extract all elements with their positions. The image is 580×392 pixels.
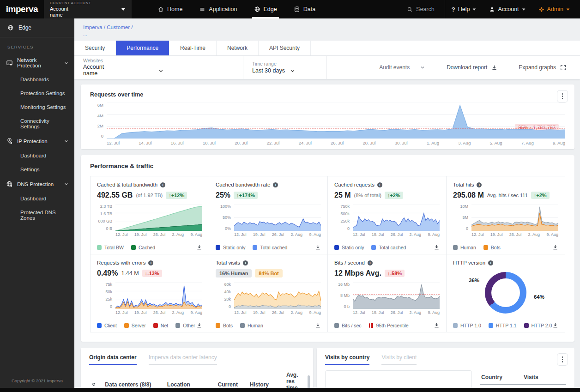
legend-item-total-cached: Total cached: [371, 245, 406, 250]
tab-network[interactable]: Network: [217, 41, 259, 55]
y-tick: 60k: [216, 282, 231, 287]
sidebar-item-dashboard[interactable]: Dashboard: [0, 149, 74, 163]
websites-filter[interactable]: Websites Account name: [74, 58, 243, 77]
nav-item-home[interactable]: Home: [149, 0, 191, 18]
download-icon[interactable]: [315, 244, 321, 250]
download-icon[interactable]: [315, 322, 321, 328]
tab-imperva-dc-latency[interactable]: Imperva data center latency: [149, 354, 217, 365]
x-tick: 26. Jul: [391, 232, 403, 237]
x-tick: 12. Jul: [353, 232, 365, 237]
area-chart[interactable]: [353, 282, 440, 309]
audit-events-dropdown[interactable]: Audit events: [379, 64, 425, 71]
x-tick: 9. Aug: [190, 310, 202, 315]
performance-traffic-card: Performance & traffic Cached & total ban…: [81, 155, 574, 342]
x-tick: 26. Jul: [153, 232, 166, 237]
tab-security[interactable]: Security: [74, 41, 116, 55]
y-tick: 750k: [334, 204, 350, 209]
tab-performance[interactable]: Performance: [116, 41, 169, 55]
sidebar-item-protected-dns-zones[interactable]: Protected DNS Zones: [0, 205, 74, 225]
breadcrumb-path[interactable]: Imperva / Customer /: [83, 24, 580, 31]
download-report-button[interactable]: Download report: [447, 64, 497, 71]
tab-visits-by-client[interactable]: Visits by client: [381, 354, 417, 365]
tab-visits-by-country[interactable]: Visits by country: [325, 354, 369, 365]
chart-title: Requests over time: [90, 91, 565, 98]
layers-icon: [199, 6, 205, 12]
info-icon[interactable]: i: [243, 260, 248, 265]
info-icon[interactable]: i: [368, 260, 373, 265]
sidebar-item-connectivity-settings[interactable]: Connectivity Settings: [0, 114, 74, 133]
admin-menu[interactable]: Admin: [532, 0, 580, 18]
requests-area-chart[interactable]: 95% · 1,781,797: [107, 103, 565, 139]
tab-real-time[interactable]: Real-Time: [169, 41, 217, 55]
info-icon[interactable]: i: [160, 182, 165, 187]
legend-label: Total cached: [260, 245, 287, 250]
download-icon[interactable]: [552, 322, 558, 328]
x-tick: 5. Aug: [489, 140, 502, 145]
visits-by-country-card: Visits by country Visits by client Count…: [317, 348, 574, 392]
info-icon[interactable]: i: [273, 182, 278, 187]
area-chart[interactable]: [471, 204, 558, 231]
legend-item-static-only: Static only: [216, 245, 245, 250]
download-icon[interactable]: [434, 322, 440, 328]
tab-origin-data-center[interactable]: Origin data center: [89, 354, 137, 365]
sidebar-section-ip-protection[interactable]: IP Protection: [0, 133, 74, 149]
copyright-text: Copyright © 2021 Imperva: [0, 378, 74, 383]
trend-badge: ↑+12%: [166, 192, 187, 199]
area-chart[interactable]: [234, 204, 321, 231]
time-range-filter[interactable]: Time range Last 30 days: [243, 61, 326, 74]
help-menu[interactable]: ? Help: [445, 0, 483, 18]
sidebar-item-monitoring-settings[interactable]: Monitoring Settings: [0, 100, 74, 114]
info-icon[interactable]: i: [477, 182, 482, 187]
download-icon[interactable]: [196, 244, 202, 250]
x-tick: 9. Aug: [309, 232, 321, 237]
legend-label: Static only: [342, 245, 364, 250]
area-chart[interactable]: [115, 282, 202, 309]
nav-item-application[interactable]: Application: [191, 0, 245, 18]
tile-title: Bits / second: [334, 260, 365, 265]
sidebar-section-network-protection[interactable]: Network Protection: [0, 53, 74, 72]
download-icon[interactable]: [552, 244, 558, 250]
y-tick: 100%: [216, 204, 231, 209]
metric-tile-requests-with-errors: Requests with errorsi 0.49%1.44 M↓-13% 7…: [91, 254, 209, 332]
kebab-menu-button[interactable]: [557, 353, 568, 366]
tab-api-security[interactable]: API Security: [259, 41, 311, 55]
info-icon[interactable]: i: [148, 260, 153, 265]
nav-item-edge[interactable]: Edge: [246, 0, 285, 18]
http-version-donut-chart[interactable]: 36% 64%: [453, 265, 558, 320]
globe-icon: [254, 6, 260, 12]
kebab-menu-button[interactable]: [557, 90, 568, 103]
sidebar-item-protection-settings[interactable]: Protection Settings: [0, 86, 74, 100]
sidebar-item-edge[interactable]: Edge: [0, 18, 74, 37]
expand-graphs-button[interactable]: Expand graphs: [519, 64, 566, 71]
sidebar-section-dns-protection[interactable]: DNS Protection: [0, 176, 74, 192]
nav-item-data[interactable]: Data: [285, 0, 324, 18]
col-visits[interactable]: Visits: [524, 374, 538, 380]
chart-legend: HumanBots: [453, 245, 552, 250]
info-icon[interactable]: i: [377, 182, 382, 187]
download-icon[interactable]: [196, 322, 202, 328]
expand-all-icon[interactable]: [91, 381, 97, 387]
search-button[interactable]: Search: [397, 0, 445, 18]
account-menu[interactable]: Account: [483, 0, 532, 18]
download-icon[interactable]: [434, 244, 440, 250]
y-tick: 6M: [90, 103, 103, 108]
area-chart[interactable]: [353, 204, 440, 231]
x-axis-labels: 12. Jul19. Jul26. Jul2. Aug9. Aug: [115, 232, 202, 237]
donut-label-http11: 64%: [534, 294, 544, 300]
download-icon: [491, 65, 497, 71]
y-tick: 0: [216, 304, 231, 309]
sidebar-item-settings[interactable]: Settings: [0, 163, 74, 176]
col-country[interactable]: Country: [481, 374, 524, 380]
info-icon[interactable]: i: [488, 260, 493, 265]
chart-legend: Bits / sec95th Percentile: [334, 323, 434, 328]
breadcrumb[interactable]: Imperva / Customer / ...: [74, 18, 580, 41]
sidebar-item-dashboards[interactable]: Dashboards: [0, 72, 74, 86]
legend-swatch: [97, 323, 102, 328]
area-chart[interactable]: [115, 204, 202, 231]
trend-badge: ↑+2%: [531, 192, 550, 199]
tile-value: 25%: [216, 191, 230, 199]
area-chart[interactable]: [234, 282, 321, 309]
metric-tile-total-hits: Total hitsi 295.08 MAvg. hits / sec 111↑…: [447, 176, 565, 254]
current-account-selector[interactable]: CURRENT ACCOUNT Account name: [44, 0, 132, 18]
sidebar-item-dashboard[interactable]: Dashboard: [0, 192, 74, 205]
